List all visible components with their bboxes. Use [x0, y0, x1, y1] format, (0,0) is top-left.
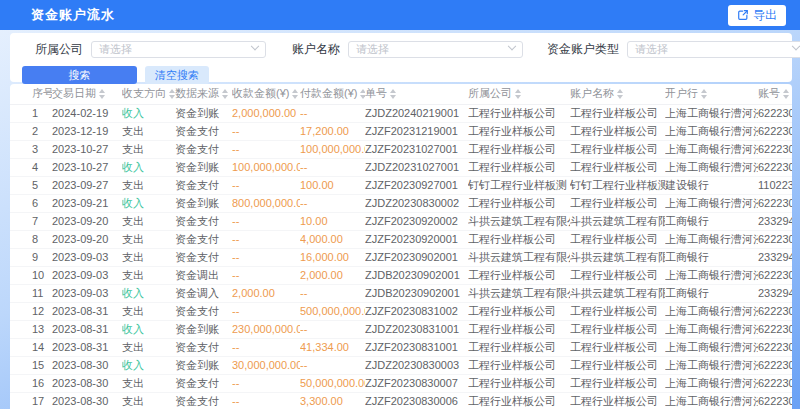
cell-seq: 3	[10, 140, 52, 158]
sort-icon[interactable]	[617, 89, 623, 99]
cell-order-no: ZJZF20230831001	[365, 338, 468, 356]
sort-icon[interactable]	[99, 89, 105, 99]
cell-account-name: 钉钉工程行业样板测	[570, 176, 665, 194]
cell-receive-amount: 230,000,000.00	[232, 320, 300, 338]
cell-direction: 支出	[122, 248, 175, 266]
cell-pay-amount: --	[300, 194, 365, 212]
cell-account-name: 斗拱云建筑工程有限公司	[570, 248, 665, 266]
cell-account-name: 工程行业样板公司	[570, 374, 665, 392]
cell-direction: 收入	[122, 158, 175, 176]
cell-bank: 上海工商银行漕河泾支行	[665, 320, 758, 338]
cell-account-name: 工程行业样板公司	[570, 194, 665, 212]
cell-account-no: 622230111	[758, 158, 792, 176]
cell-direction: 收入	[122, 320, 175, 338]
cell-trade-date: 2023-09-03	[52, 266, 122, 284]
sort-icon[interactable]	[515, 89, 521, 99]
table-row: 142023-08-31支出资金支付--41,334.00ZJZF2023083…	[10, 338, 792, 356]
column-header-account-no[interactable]: 账号	[758, 84, 792, 104]
column-header-source[interactable]: 数据来源	[175, 84, 232, 104]
cell-company: 工程行业样板公司	[468, 338, 570, 356]
cell-account-no: 622230111	[758, 266, 792, 284]
cell-source: 资金支付	[175, 392, 232, 409]
cell-receive-amount: --	[232, 374, 300, 392]
cell-bank: 上海工商银行漕河泾支行	[665, 194, 758, 212]
table-header-row: 序号交易日期收支方向数据来源收款金额(¥)付款金额(¥)单号所属公司账户名称开户…	[10, 84, 792, 104]
cell-order-no: ZJDZ20230830003	[365, 356, 468, 374]
column-header-bank[interactable]: 开户行	[665, 84, 758, 104]
cell-company: 工程行业样板公司	[468, 356, 570, 374]
cell-direction: 支出	[122, 122, 175, 140]
cell-bank: 工商银行	[665, 212, 758, 230]
cell-account-no: 110223825	[758, 176, 792, 194]
cell-receive-amount: --	[232, 266, 300, 284]
account-name-select[interactable]: 请选择	[348, 41, 523, 58]
cell-source: 资金调出	[175, 266, 232, 284]
table-row: 72023-09-20支出资金支付--10.00ZJZF20230920002斗…	[10, 212, 792, 230]
clear-search-button[interactable]: 清空搜索	[145, 66, 209, 84]
cell-account-name: 工程行业样板公司	[570, 266, 665, 284]
cell-order-no: ZJDZ20240219001	[365, 104, 468, 122]
company-select[interactable]: 请选择	[91, 41, 266, 58]
column-header-direction[interactable]: 收支方向	[122, 84, 175, 104]
cell-trade-date: 2023-09-20	[52, 230, 122, 248]
sort-icon[interactable]	[390, 89, 396, 99]
column-header-receive-amount[interactable]: 收款金额(¥)	[232, 84, 300, 104]
cell-source: 资金支付	[175, 248, 232, 266]
column-header-account-name[interactable]: 账户名称	[570, 84, 665, 104]
cell-bank: 上海工商银行漕河泾支行	[665, 392, 758, 409]
account-name-select-placeholder: 请选择	[356, 42, 389, 57]
cell-pay-amount: --	[300, 104, 365, 122]
column-header-pay-amount[interactable]: 付款金额(¥)	[300, 84, 365, 104]
cell-company: 工程行业样板公司	[468, 104, 570, 122]
company-select-placeholder: 请选择	[99, 42, 132, 57]
cell-bank: 上海工商银行漕河泾支行	[665, 230, 758, 248]
table-row: 52023-09-27支出资金支付--100.00ZJZF20230927001…	[10, 176, 792, 194]
column-label-receive-amount: 收款金额(¥)	[232, 86, 289, 101]
cell-bank: 上海工商银行漕河泾支行	[665, 338, 758, 356]
export-button-label: 导出	[753, 7, 777, 24]
column-label-bank: 开户行	[665, 86, 698, 101]
filter-field-account-name: 账户名称 请选择	[292, 41, 523, 58]
page-title: 资金账户流水	[31, 6, 115, 24]
cell-direction: 支出	[122, 338, 175, 356]
cell-trade-date: 2023-09-03	[52, 284, 122, 302]
table-row: 162023-08-30支出资金支付--50,000,000.00ZJZF202…	[10, 374, 792, 392]
cell-seq: 10	[10, 266, 52, 284]
column-label-trade-date: 交易日期	[52, 86, 96, 101]
export-button[interactable]: 导出	[728, 5, 786, 26]
cell-company: 工程行业样板公司	[468, 158, 570, 176]
column-header-order-no[interactable]: 单号	[365, 84, 468, 104]
chevron-down-icon	[508, 42, 516, 50]
cell-source: 资金支付	[175, 230, 232, 248]
cell-source: 资金到账	[175, 320, 232, 338]
cell-seq: 5	[10, 176, 52, 194]
cell-seq: 9	[10, 248, 52, 266]
table-row: 132023-08-31收入资金到账230,000,000.00--ZJDZ20…	[10, 320, 792, 338]
cell-pay-amount: --	[300, 356, 365, 374]
cell-order-no: ZJZF20230927001	[365, 176, 468, 194]
cell-order-no: ZJDZ20230830002	[365, 194, 468, 212]
account-type-select[interactable]: 请选择	[627, 41, 800, 58]
column-header-trade-date[interactable]: 交易日期	[52, 84, 122, 104]
sort-icon[interactable]	[222, 89, 228, 99]
sort-icon[interactable]	[783, 89, 789, 99]
sort-icon[interactable]	[292, 89, 298, 99]
column-label-pay-amount: 付款金额(¥)	[300, 86, 357, 101]
search-button[interactable]: 搜索	[22, 66, 137, 84]
cell-source: 资金支付	[175, 122, 232, 140]
cell-bank: 上海工商银行漕河泾支行	[665, 356, 758, 374]
cell-pay-amount: 2,000.00	[300, 266, 365, 284]
cell-account-no: 622230111	[758, 320, 792, 338]
cell-direction: 收入	[122, 284, 175, 302]
table-row: 92023-09-03支出资金支付--16,000.00ZJZF20230902…	[10, 248, 792, 266]
cell-account-no: 622230111	[758, 338, 792, 356]
cell-source: 资金支付	[175, 338, 232, 356]
sort-icon[interactable]	[701, 89, 707, 99]
cell-order-no: ZJDZ20230831001	[365, 320, 468, 338]
column-label-account-no: 账号	[758, 86, 780, 101]
cell-receive-amount: 2,000,000.00	[232, 104, 300, 122]
cell-trade-date: 2023-09-03	[52, 248, 122, 266]
cell-direction: 支出	[122, 230, 175, 248]
column-header-company[interactable]: 所属公司	[468, 84, 570, 104]
cell-order-no: ZJDB20230902001	[365, 266, 468, 284]
